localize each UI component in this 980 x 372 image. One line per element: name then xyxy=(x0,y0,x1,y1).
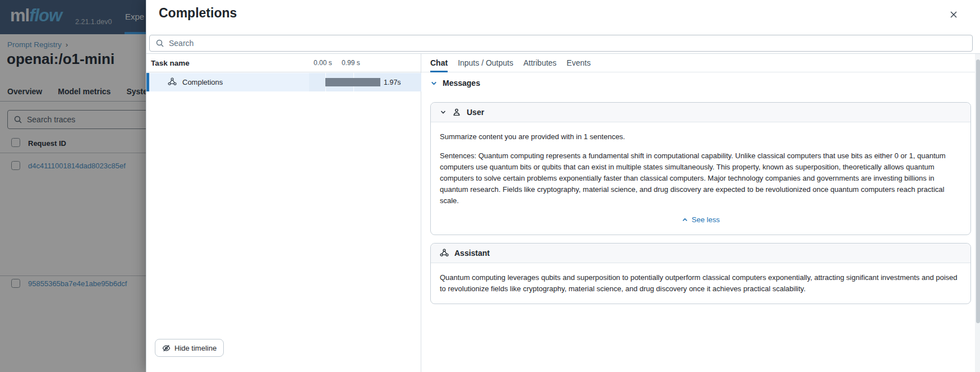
scrollbar-track xyxy=(975,54,980,372)
modal-title: Completions xyxy=(159,6,237,21)
messages-section-toggle[interactable]: Messages xyxy=(430,79,480,88)
tab-events[interactable]: Events xyxy=(567,54,591,72)
chevron-down-icon xyxy=(440,109,447,116)
hide-timeline-label: Hide timeline xyxy=(174,344,217,352)
eye-off-icon xyxy=(162,344,171,352)
message-paragraph: Quantum computing leverages qubits and s… xyxy=(440,272,961,295)
model-span-icon xyxy=(168,77,177,86)
trace-search-input[interactable] xyxy=(169,39,967,48)
timeline-header: Task name 0.00 s 0.99 s xyxy=(146,54,421,72)
messages-section-label: Messages xyxy=(443,79,480,88)
assistant-message-card: Assistant Quantum computing leverages qu… xyxy=(430,243,971,304)
see-less-label: See less xyxy=(692,214,720,226)
user-message-card: User Summarize content you are provided … xyxy=(430,102,971,235)
detail-tabs: Chat Inputs / Outputs Attributes Events xyxy=(421,54,975,72)
chat-pane: Chat Inputs / Outputs Attributes Events … xyxy=(421,54,975,372)
timeline-tick: 0.00 s xyxy=(314,59,332,67)
close-icon xyxy=(949,10,958,19)
chevron-up-icon xyxy=(682,217,688,223)
message-role-label: User xyxy=(467,108,484,117)
span-row-completions[interactable]: Completions 1.97s xyxy=(146,73,421,91)
tab-inputs-outputs[interactable]: Inputs / Outputs xyxy=(458,54,513,72)
tab-chat[interactable]: Chat xyxy=(430,54,448,72)
duration-label: 1.97s xyxy=(384,79,401,86)
hide-timeline-button[interactable]: Hide timeline xyxy=(155,339,224,357)
message-paragraph: Sentences: Quantum computing represents … xyxy=(440,150,961,206)
user-message-header[interactable]: User xyxy=(431,103,970,122)
scrollbar-thumb[interactable] xyxy=(976,59,980,323)
chevron-down-icon xyxy=(430,80,438,87)
trace-search-box[interactable] xyxy=(149,35,973,52)
span-name: Completions xyxy=(182,78,223,86)
see-less-toggle[interactable]: See less xyxy=(440,214,961,226)
close-button[interactable] xyxy=(945,6,962,23)
message-role-label: Assistant xyxy=(454,249,490,258)
duration-bar xyxy=(325,78,380,86)
task-name-column-header: Task name xyxy=(151,59,190,67)
tab-attributes[interactable]: Attributes xyxy=(523,54,556,72)
timeline-tick: 0.99 s xyxy=(342,59,360,67)
assistant-message-body: Quantum computing leverages qubits and s… xyxy=(431,263,970,304)
search-icon xyxy=(155,39,164,48)
user-icon xyxy=(452,108,461,117)
message-paragraph: Summarize content you are provided with … xyxy=(440,131,961,143)
user-message-body: Summarize content you are provided with … xyxy=(431,122,970,235)
timeline-pane: Task name 0.00 s 0.99 s Completions 1.97… xyxy=(146,54,421,372)
model-icon xyxy=(440,249,449,258)
assistant-message-header[interactable]: Assistant xyxy=(431,244,970,263)
trace-detail-modal: Completions Task name 0.00 s 0.99 s xyxy=(146,0,980,372)
